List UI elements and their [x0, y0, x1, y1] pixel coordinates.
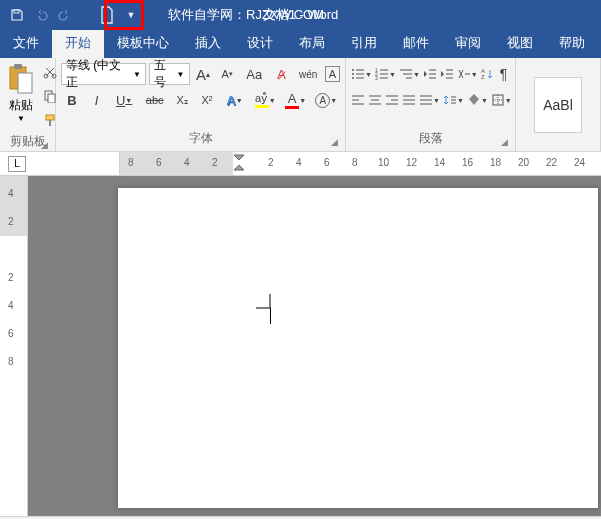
- launcher-icon[interactable]: ◢: [501, 137, 508, 147]
- distribute-icon[interactable]: ▼: [419, 89, 440, 111]
- svg-point-14: [352, 77, 354, 79]
- font-group: 等线 (中文正▼ 五号▼ A▴ A▾ Aa A̷ wén A B I U ▼ a…: [56, 58, 346, 151]
- ruler-scale[interactable]: 8 6 4 2 2 4 6 8 10 12 14 16 18 20 22 24: [120, 152, 601, 175]
- align-left-icon[interactable]: [351, 89, 365, 111]
- justify-icon[interactable]: [402, 89, 416, 111]
- svg-point-12: [352, 73, 354, 75]
- indent-marker-icon[interactable]: [233, 152, 245, 174]
- paste-label: 粘贴: [9, 97, 33, 114]
- tab-layout[interactable]: 布局: [286, 28, 338, 58]
- tab-file[interactable]: 文件: [0, 28, 52, 58]
- numbering-icon[interactable]: 123▼: [375, 63, 396, 85]
- clipboard-label: 剪贴板◢: [5, 131, 50, 152]
- tab-design[interactable]: 设计: [234, 28, 286, 58]
- shrink-font-icon[interactable]: A▾: [217, 63, 238, 85]
- paste-icon: [5, 61, 37, 97]
- bold-button[interactable]: B: [61, 89, 83, 111]
- svg-point-10: [352, 69, 354, 71]
- svg-rect-3: [18, 73, 32, 93]
- style-normal[interactable]: AaBl: [534, 77, 582, 133]
- save-icon[interactable]: [6, 4, 28, 26]
- quick-access-toolbar: ▼: [0, 4, 142, 26]
- page[interactable]: [118, 188, 598, 508]
- bullets-icon[interactable]: ▼: [351, 63, 372, 85]
- document-viewport[interactable]: [28, 176, 601, 516]
- char-border-icon[interactable]: A: [325, 66, 340, 82]
- vertical-ruler[interactable]: 4 2 2 4 6 8: [0, 176, 28, 516]
- font-color-button[interactable]: A▼: [282, 89, 310, 111]
- svg-rect-8: [46, 115, 54, 120]
- clipboard-group: 粘贴 ▼ 剪贴板◢: [0, 58, 56, 151]
- enclose-char-button[interactable]: A▼: [312, 89, 340, 111]
- paragraph-group: ▼ 123▼ ▼ ▼ AZ ¶ ▼ ▼ ▼ ▼ 段落◢: [346, 58, 516, 151]
- ribbon: 粘贴 ▼ 剪贴板◢ 等线 (中文正▼ 五号▼ A▴ A▾ Aa A̷ wén A: [0, 58, 601, 152]
- paste-button[interactable]: 粘贴 ▼: [5, 61, 37, 131]
- launcher-icon[interactable]: ◢: [41, 140, 48, 150]
- underline-button[interactable]: U ▼: [110, 89, 138, 111]
- svg-rect-7: [48, 94, 55, 103]
- text-cursor-icon: [256, 294, 278, 312]
- font-name-select[interactable]: 等线 (中文正▼: [61, 63, 146, 85]
- font-size-select[interactable]: 五号▼: [149, 63, 190, 85]
- svg-rect-9: [49, 120, 51, 126]
- tab-references[interactable]: 引用: [338, 28, 390, 58]
- italic-button[interactable]: I: [86, 89, 108, 111]
- align-center-icon[interactable]: [368, 89, 382, 111]
- borders-icon[interactable]: ▼: [491, 89, 512, 111]
- show-marks-icon[interactable]: ¶: [497, 63, 510, 85]
- document-title: 文档1 - Word: [263, 6, 339, 24]
- font-label: 字体◢: [61, 128, 340, 149]
- shading-icon[interactable]: ▼: [467, 89, 488, 111]
- svg-rect-2: [14, 64, 22, 69]
- strikethrough-button[interactable]: abc: [141, 89, 169, 111]
- ribbon-tabs: 文件 开始 模板中心 插入 设计 布局 引用 邮件 审阅 视图 帮助: [0, 30, 601, 58]
- svg-rect-0: [14, 10, 19, 13]
- superscript-button[interactable]: X²: [196, 89, 218, 111]
- horizontal-ruler[interactable]: L 8 6 4 2 2 4 6 8 10 12 14 16 18 20 22 2…: [0, 152, 601, 176]
- styles-group: AaBl: [516, 58, 601, 151]
- tab-insert[interactable]: 插入: [182, 28, 234, 58]
- clear-format-icon[interactable]: A̷: [271, 63, 292, 85]
- change-case-icon[interactable]: Aa: [241, 63, 268, 85]
- phonetic-icon[interactable]: wén: [295, 63, 322, 85]
- increase-indent-icon[interactable]: [440, 63, 454, 85]
- text-caret: [270, 308, 271, 324]
- asian-layout-icon[interactable]: ▼: [457, 63, 478, 85]
- paragraph-label: 段落◢: [351, 128, 510, 149]
- launcher-icon[interactable]: ◢: [331, 137, 338, 147]
- tab-help[interactable]: 帮助: [546, 28, 598, 58]
- title-bar: ▼ 软件自学网：RJZXW.COM 文档1 - Word: [0, 0, 601, 30]
- tab-view[interactable]: 视图: [494, 28, 546, 58]
- editor-area: 4 2 2 4 6 8: [0, 176, 601, 516]
- svg-text:Z: Z: [481, 74, 485, 80]
- tab-home[interactable]: 开始: [52, 28, 104, 58]
- grow-font-icon[interactable]: A▴: [193, 63, 214, 85]
- tab-review[interactable]: 审阅: [442, 28, 494, 58]
- text-effects-button[interactable]: A▼: [221, 89, 249, 111]
- tab-templates[interactable]: 模板中心: [104, 28, 182, 58]
- new-doc-icon[interactable]: [96, 4, 118, 26]
- svg-text:3: 3: [375, 75, 378, 80]
- tab-mailings[interactable]: 邮件: [390, 28, 442, 58]
- tab-selector[interactable]: L: [0, 152, 120, 175]
- qat-dropdown-icon[interactable]: ▼: [120, 4, 142, 26]
- highlight-button[interactable]: aẙ▼: [251, 89, 279, 111]
- undo-icon[interactable]: [30, 4, 52, 26]
- sort-icon[interactable]: AZ: [481, 63, 494, 85]
- align-right-icon[interactable]: [385, 89, 399, 111]
- line-spacing-icon[interactable]: ▼: [443, 89, 464, 111]
- decrease-indent-icon[interactable]: [423, 63, 437, 85]
- multilevel-icon[interactable]: ▼: [399, 63, 420, 85]
- redo-icon[interactable]: [54, 4, 76, 26]
- subscript-button[interactable]: X₂: [171, 89, 193, 111]
